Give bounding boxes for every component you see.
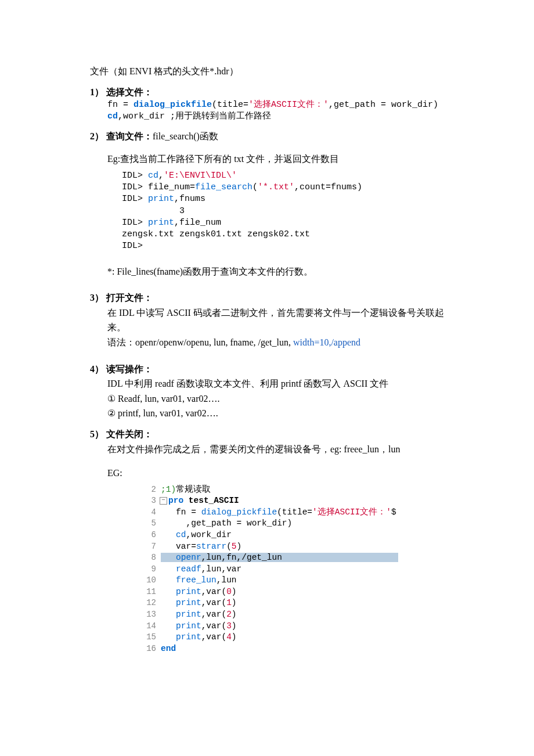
code-text: (title= [212, 100, 248, 110]
section-5-eg-label: EG: [90, 466, 459, 481]
document-page: 文件（如 ENVI 格式的头文件*.hdr） 1） 选择文件： fn = dia… [0, 0, 534, 693]
idl-prompt: IDL> [122, 240, 459, 252]
idl-console-block: IDL> cd,'E:\ENVI\IDL\' IDL> file_num=fil… [122, 170, 459, 253]
code-text [161, 632, 176, 642]
code-text: ,get_path = work_dir) [329, 100, 438, 110]
code-text: ,lun,fn,/get_lun [201, 553, 282, 562]
section-2-head-rest: file_search()函数 [153, 131, 218, 141]
code-text: ) [232, 621, 237, 631]
syntax-highlight: width=10,/append [293, 337, 360, 347]
code-text: fn = [107, 100, 134, 110]
code-keyword: print [176, 621, 201, 631]
code-keyword: print [148, 194, 174, 204]
section-2-note: *: File_lines(fname)函数用于查询文本文件的行数。 [90, 264, 459, 279]
comment-text: ;1) [161, 485, 176, 494]
code-func: dialog_pickfile [201, 507, 277, 517]
code-text: ,var( [201, 598, 227, 607]
section-3-head: 3） 打开文件： [90, 290, 459, 305]
code-text [161, 621, 176, 631]
code-text: ( [252, 182, 258, 192]
code-keyword: end [161, 644, 176, 653]
code-keyword: openr [176, 553, 201, 562]
code-keyword: print [176, 610, 201, 619]
code-text: ,var( [201, 587, 227, 596]
code-text [161, 553, 176, 562]
idl-prompt: IDL> [122, 182, 148, 192]
code-text: ,file_num [174, 218, 221, 228]
code-text: (title= [277, 507, 312, 517]
line-number: 11 [142, 586, 156, 597]
code-text: var= [161, 542, 196, 551]
section-2-head-bold: 2） 查询文件： [90, 131, 153, 141]
section-5-head: 5） 文件关闭： [90, 427, 459, 442]
code-number: 3 [226, 621, 232, 631]
section-4-line3: ② printf, lun, var01, var02…. [90, 406, 459, 421]
code-text [161, 587, 176, 596]
line-number: 8 [142, 552, 156, 563]
proc-name: test_ASCII [183, 496, 239, 505]
line-number: 13 [142, 609, 156, 620]
code-text: , [158, 171, 164, 181]
code-text: $ [391, 507, 396, 517]
output-line: 3 [122, 206, 459, 217]
fold-icon: − [160, 497, 167, 505]
code-keyword: print [176, 632, 201, 642]
idl-prompt: IDL> [122, 218, 148, 228]
code-string: '选择ASCII文件：' [248, 100, 329, 110]
code-string: '*.txt' [258, 182, 294, 192]
code-func: file_search [195, 182, 252, 192]
code-func: dialog_pickfile [134, 100, 212, 110]
code-keyword: print [176, 598, 201, 607]
section-1-code: fn = dialog_pickfile(title='选择ASCII文件：',… [90, 99, 459, 123]
code-text [161, 598, 176, 607]
line-number: 16 [142, 643, 156, 654]
code-keyword: cd [176, 530, 186, 539]
code-keyword: print [176, 587, 201, 596]
line-number: 4 [142, 507, 156, 518]
code-number: 2 [226, 610, 232, 619]
section-4-line2: ① Readf, lun, var01, var02…. [90, 391, 459, 406]
idl-prompt: IDL> [122, 171, 148, 181]
code-string: 'E:\ENVI\IDL\' [164, 171, 237, 181]
code-text: file_num= [148, 182, 195, 192]
code-text [161, 610, 176, 619]
code-text: fn = [161, 507, 201, 517]
code-keyword: pro [168, 496, 183, 505]
section-4-head: 4） 读写操作： [90, 362, 459, 377]
code-text: ) [232, 632, 237, 642]
section-1-head: 1） 选择文件： [90, 85, 459, 100]
code-keyword: cd [107, 111, 118, 121]
code-string: '选择ASCII文件：' [312, 507, 391, 517]
section-2-eg: Eg:查找当前工作路径下所有的 txt 文件，并返回文件数目 [90, 152, 459, 167]
syntax-text: 语法：openr/openw/openu, lun, fname, /get_l… [107, 337, 293, 347]
intro-line: 文件（如 ENVI 格式的头文件*.hdr） [90, 64, 459, 79]
line-number: 6 [142, 530, 156, 541]
code-keyword: cd [148, 171, 158, 181]
line-number: 5 [142, 518, 156, 529]
code-text [161, 564, 176, 574]
comment-text: 常规读取 [176, 485, 211, 494]
code-text: ,var( [201, 632, 227, 642]
line-number: 15 [142, 632, 156, 643]
code-number: 1 [226, 598, 232, 607]
code-text: ,fnums [174, 194, 205, 204]
code-text: ) [232, 610, 237, 619]
section-2-head: 2） 查询文件：file_search()函数 [90, 129, 459, 144]
code-text: ,work_dir ;用于跳转到当前工作路径 [118, 111, 271, 121]
output-line: zengsk.txt zengsk01.txt zengsk02.txt [122, 229, 459, 240]
section-3-line1: 在 IDL 中读写 ASCII 码或者二进制文件，首先需要将文件与一个逻辑设备号… [90, 305, 459, 335]
code-text: ) [232, 598, 237, 607]
code-text: ( [226, 542, 232, 551]
section-5-line1: 在对文件操作完成之后，需要关闭文件的逻辑设备号，eg: freee_lun，lu… [90, 442, 459, 457]
code-number: 4 [226, 632, 232, 642]
code-keyword: print [148, 218, 174, 228]
line-number: 9 [142, 564, 156, 575]
code-text: ,count=fnums) [294, 182, 362, 192]
code-text: ,lun [217, 575, 237, 585]
line-number: 10 [142, 575, 156, 586]
line-number: 12 [142, 597, 156, 609]
editor-code-block: 2;1)常规读取 3−pro test_ASCII 4 fn = dialog_… [142, 484, 459, 654]
code-text: ,var( [201, 610, 227, 619]
line-number: 2 [142, 484, 156, 495]
section-3-line2: 语法：openr/openw/openu, lun, fname, /get_l… [90, 335, 459, 350]
